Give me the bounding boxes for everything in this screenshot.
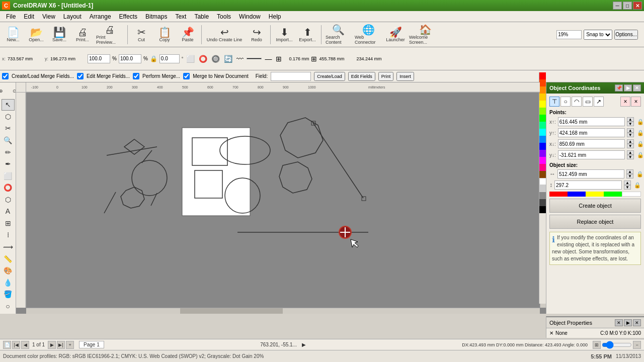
palette-pink[interactable] bbox=[539, 164, 546, 171]
minimize-button[interactable]: ─ bbox=[613, 2, 622, 10]
view-fit-btn[interactable]: ⊞ bbox=[593, 341, 601, 349]
palette-violet[interactable] bbox=[539, 150, 546, 157]
search-content-button[interactable]: 🔍 Search Content bbox=[324, 24, 352, 46]
cursor-arrow-toggle[interactable]: ▶ bbox=[302, 342, 306, 347]
field-input[interactable] bbox=[271, 72, 311, 81]
y2-up-arrow[interactable]: ▲ bbox=[627, 150, 634, 155]
edit-merge-fields-checkbox[interactable] bbox=[77, 73, 84, 79]
web-connector-button[interactable]: 🌐 Web Connector bbox=[353, 24, 383, 46]
x1-down-arrow[interactable]: ▼ bbox=[627, 122, 634, 126]
ellipse-tool[interactable]: ⭕ bbox=[2, 182, 15, 194]
panel-arrow-button[interactable]: ▶ bbox=[624, 84, 632, 92]
crop-tool[interactable]: ✂ bbox=[2, 123, 15, 134]
palette-orange[interactable] bbox=[539, 86, 546, 94]
menu-bitmaps[interactable]: Bitmaps bbox=[141, 12, 171, 22]
menu-file[interactable]: File bbox=[2, 12, 20, 22]
cut-button[interactable]: ✂ Cut bbox=[130, 24, 152, 46]
interactive-tool[interactable]: 🎨 bbox=[2, 265, 15, 277]
y1-input[interactable] bbox=[558, 128, 625, 137]
parallel-tool[interactable]: ⁞ bbox=[2, 229, 15, 241]
y2-down-arrow[interactable]: ▼ bbox=[627, 155, 634, 159]
page-tab[interactable]: Page 1 bbox=[79, 341, 104, 348]
palette-grey[interactable] bbox=[539, 192, 546, 199]
x2-up-arrow[interactable]: ▲ bbox=[627, 139, 634, 144]
menu-effects[interactable]: Effects bbox=[115, 12, 141, 22]
redo-button[interactable]: ↪ Redo bbox=[246, 24, 268, 46]
width-down-arrow[interactable]: ▼ bbox=[626, 174, 633, 178]
width-up-arrow[interactable]: ▲ bbox=[626, 169, 633, 174]
coord-icon-rect[interactable]: ▭ bbox=[583, 97, 593, 107]
color-green[interactable] bbox=[604, 192, 622, 197]
text-tool[interactable]: A bbox=[2, 206, 15, 217]
menu-help[interactable]: Help bbox=[265, 12, 285, 22]
page-next[interactable]: ▶ bbox=[48, 341, 56, 349]
print-button[interactable]: Print bbox=[378, 72, 394, 81]
zoom-out-btn[interactable]: − bbox=[633, 341, 641, 349]
outline-tool[interactable]: ○ bbox=[2, 301, 15, 312]
zoom-slider[interactable] bbox=[602, 342, 632, 348]
edit-fields-button[interactable]: Edit Fields bbox=[348, 72, 375, 81]
paste-button[interactable]: 📌 Paste bbox=[177, 24, 199, 46]
color-blue[interactable] bbox=[568, 192, 586, 197]
y2-lock[interactable]: 🔒 bbox=[637, 152, 644, 158]
print-button[interactable]: 🖨 Print... bbox=[71, 24, 94, 46]
angle-input[interactable] bbox=[159, 54, 180, 63]
color-yellow[interactable] bbox=[586, 192, 604, 197]
palette-magenta[interactable] bbox=[539, 157, 546, 164]
height-lock[interactable]: 🔒 bbox=[634, 182, 641, 189]
launcher-button[interactable]: 🚀 Launcher bbox=[384, 24, 407, 46]
menu-window[interactable]: Window bbox=[235, 12, 265, 22]
palette-black[interactable] bbox=[539, 206, 546, 213]
select-tool[interactable]: ↖ bbox=[2, 99, 15, 111]
measure-tool[interactable]: 📏 bbox=[2, 253, 15, 264]
menu-edit[interactable]: Edit bbox=[20, 12, 38, 22]
new-button[interactable]: 📄 New... bbox=[2, 24, 24, 46]
palette-green[interactable] bbox=[539, 115, 546, 122]
prop-close-x[interactable]: ✕ bbox=[615, 319, 623, 326]
height-up-arrow[interactable]: ▲ bbox=[624, 180, 631, 185]
height-input[interactable] bbox=[119, 54, 141, 63]
coord-icon-arc[interactable]: ◠ bbox=[572, 97, 582, 107]
zoom-tool[interactable]: 🔍 bbox=[2, 135, 15, 146]
print-preview-button[interactable]: 🖨 Print Preview... bbox=[95, 24, 125, 46]
replace-object-button[interactable]: Replace object bbox=[549, 215, 641, 229]
coord-icon-x2[interactable]: × bbox=[631, 97, 641, 107]
create-load-button[interactable]: Create/Load bbox=[314, 72, 345, 81]
create-load-merge-checkbox[interactable] bbox=[2, 73, 9, 79]
table-tool[interactable]: ⊞ bbox=[2, 218, 15, 229]
maximize-button[interactable]: □ bbox=[623, 2, 632, 10]
export-button[interactable]: ⬆ Export... bbox=[296, 24, 318, 46]
color-white[interactable] bbox=[622, 192, 641, 197]
options-button[interactable]: Options... bbox=[614, 30, 638, 40]
fill-tool[interactable]: 🪣 bbox=[2, 289, 15, 300]
hscrollbar[interactable] bbox=[26, 308, 540, 314]
close-button[interactable]: ✕ bbox=[633, 2, 642, 10]
menu-arrange[interactable]: Arrange bbox=[86, 12, 115, 22]
width-size-input[interactable] bbox=[557, 169, 624, 178]
coord-icon-x1[interactable]: × bbox=[620, 97, 630, 107]
palette-yellow[interactable] bbox=[539, 94, 546, 101]
height-size-input[interactable] bbox=[554, 180, 622, 190]
drawing-surface[interactable] bbox=[26, 93, 540, 308]
height-down-arrow[interactable]: ▼ bbox=[624, 185, 631, 190]
prop-close-btn[interactable]: ✕ bbox=[633, 319, 641, 326]
canvas[interactable] bbox=[26, 93, 540, 308]
coord-icon-right[interactable]: ↗ bbox=[594, 97, 604, 107]
y1-down-arrow[interactable]: ▼ bbox=[627, 133, 634, 137]
import-button[interactable]: ⬇ Import... bbox=[273, 24, 295, 46]
panel-close-button[interactable]: ✕ bbox=[633, 84, 641, 92]
add-page[interactable]: + bbox=[66, 341, 74, 349]
x2-down-arrow[interactable]: ▼ bbox=[627, 144, 634, 148]
width-input[interactable] bbox=[88, 54, 110, 63]
menu-text[interactable]: Text bbox=[171, 12, 190, 22]
coord-icon-circle[interactable]: ○ bbox=[560, 97, 571, 107]
palette-orange-red[interactable] bbox=[539, 79, 546, 86]
page-last[interactable]: ▶| bbox=[57, 341, 65, 349]
freehand-tool[interactable]: ✏ bbox=[2, 146, 15, 158]
palette-green-cyan[interactable] bbox=[539, 122, 546, 129]
palette-yellow-green[interactable] bbox=[539, 108, 546, 115]
create-object-button[interactable]: Create object bbox=[549, 199, 641, 213]
palette-cyan[interactable] bbox=[539, 129, 546, 136]
x2-input[interactable] bbox=[558, 139, 625, 148]
x1-up-arrow[interactable]: ▲ bbox=[627, 117, 634, 122]
